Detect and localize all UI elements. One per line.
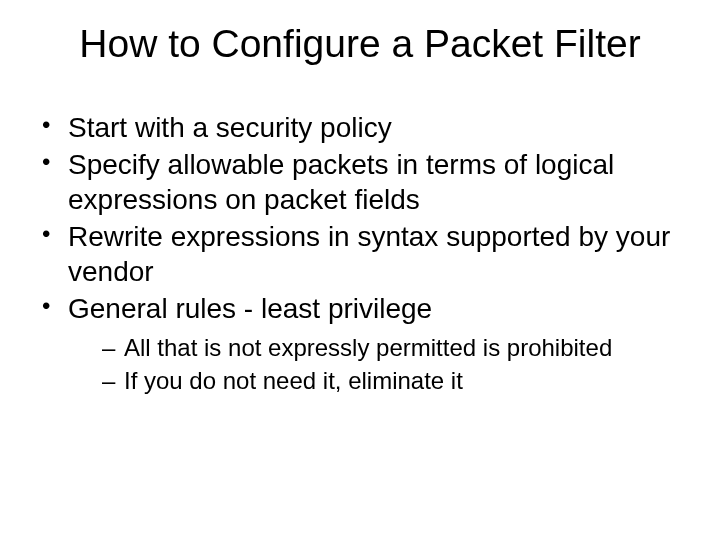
bullet-item: Rewrite expressions in syntax supported … (34, 219, 686, 289)
bullet-item: General rules - least privilege All that… (34, 291, 686, 396)
bullet-text: General rules - least privilege (68, 293, 432, 324)
slide-title: How to Configure a Packet Filter (34, 22, 686, 66)
bullet-item: Start with a security policy (34, 110, 686, 145)
sub-bullet-item: If you do not need it, eliminate it (102, 365, 686, 396)
bullet-list: Start with a security policy Specify all… (34, 110, 686, 396)
bullet-item: Specify allowable packets in terms of lo… (34, 147, 686, 217)
sub-bullet-item: All that is not expressly permitted is p… (102, 332, 686, 363)
sub-bullet-list: All that is not expressly permitted is p… (68, 332, 686, 396)
